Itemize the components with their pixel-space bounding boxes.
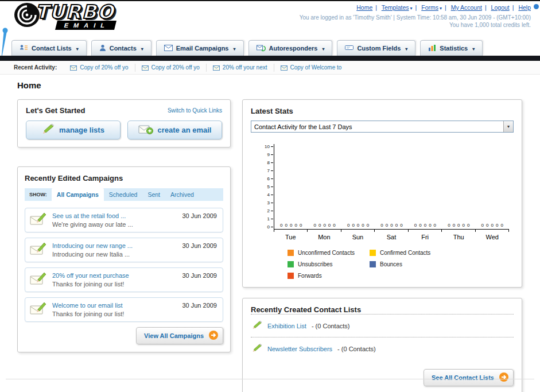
stats-period-select[interactable]: Contact Activity for the Last 7 Days [251, 121, 514, 133]
chart-zero-group: 00000 [409, 223, 442, 228]
custom-fields-icon [345, 44, 353, 52]
chart-y-tick: 7 [259, 168, 273, 173]
recent-activity-link[interactable]: Copy of 20% off yo [80, 64, 128, 71]
chevron-down-icon [232, 45, 235, 52]
create-email-button[interactable]: create an email [127, 121, 222, 139]
contact-lists-icon [20, 44, 28, 53]
contacts-icon [99, 44, 106, 53]
separator [510, 4, 517, 11]
link-my-account[interactable]: My Account [451, 4, 482, 11]
separator [482, 4, 490, 11]
campaign-row[interactable]: 20% off your next purchase Thanks for jo… [25, 267, 223, 292]
legend-swatch [288, 250, 294, 256]
filter-scheduled[interactable]: Scheduled [104, 188, 143, 201]
logo-text: TURBO EMAIL [36, 2, 115, 30]
main-nav: Contact Lists Contacts Email Campaigns A… [11, 40, 483, 56]
envelope-plus-icon [138, 124, 153, 136]
view-all-campaigns-button[interactable]: View All Campaigns [136, 327, 223, 344]
chevron-down-icon [140, 45, 143, 52]
see-all-contact-lists-button[interactable]: See All Contact Lists [424, 369, 514, 386]
envelope-pencil-icon [30, 241, 47, 258]
legend-label: Bounces [380, 261, 402, 267]
legend-swatch [288, 261, 294, 267]
right-column: Latest Stats Contact Activity for the La… [242, 99, 522, 392]
link-home[interactable]: Home [356, 4, 372, 11]
chart-plot-area: 00000000000000000000000000000000000 [274, 144, 509, 230]
filter-archived[interactable]: Archived [165, 188, 199, 201]
campaign-subtitle: Thanks for joining our list! [52, 311, 176, 317]
campaign-subtitle: Thanks for joining our list! [52, 281, 176, 288]
tab-email-campaigns[interactable]: Email Campaigns [156, 40, 244, 56]
tab-contact-lists[interactable]: Contact Lists [11, 40, 87, 56]
tab-label: Email Campaigns [176, 45, 229, 52]
recent-activity-item[interactable]: Copy of 20% off yo [64, 64, 134, 72]
recent-activity-link[interactable]: Copy of Welcome to [290, 64, 342, 71]
recent-activity-link[interactable]: 20% off your next [223, 64, 267, 71]
contact-list-count: - (0 Contacts) [312, 323, 350, 329]
legend-label: Unconfirmed Contacts [298, 250, 355, 256]
link-forms[interactable]: Forms [421, 4, 442, 11]
chevron-down-icon [471, 45, 475, 52]
chart-y-tick: 8 [259, 160, 273, 165]
campaign-subtitle: Introducing our new Italia ... [52, 251, 176, 258]
chevron-down-icon [404, 45, 407, 52]
link-logout[interactable]: Logout [491, 4, 510, 11]
contact-list-row[interactable]: Exhibition List - (0 Contacts) [251, 314, 514, 337]
recent-activity-item[interactable]: Copy of Welcome to [274, 64, 348, 72]
recent-activity-item[interactable]: Copy of 20% off yo [135, 64, 206, 72]
contact-list-row[interactable]: Newsletter Subscribers - (0 Contacts) [251, 337, 514, 360]
chart-zero-group: 00000 [308, 223, 341, 228]
contact-list-link[interactable]: Exhibition List [267, 323, 306, 329]
campaign-date: 30 Jun 2009 [182, 211, 217, 219]
chevron-down-icon [409, 4, 413, 11]
tab-contacts[interactable]: Contacts [91, 40, 151, 56]
see-all-contact-lists-label: See All Contact Lists [432, 374, 494, 381]
recent-activity-bar: Recent Activity: Copy of 20% off yo Copy… [0, 61, 540, 75]
recent-campaigns-panel: Recently Edited Campaigns SHOW: All Camp… [17, 166, 231, 352]
link-help[interactable]: Help [518, 4, 531, 11]
campaign-title-link[interactable]: See us at the retail food ... [52, 212, 176, 219]
campaign-title-link[interactable]: 20% off your next purchase [52, 272, 176, 279]
nav-divider-bar [0, 56, 540, 61]
campaign-filter-bar: SHOW: All Campaigns Scheduled Sent Archi… [25, 188, 223, 201]
chart-y-tick: 3 [259, 201, 273, 205]
tab-label: Autoresponders [269, 45, 318, 52]
recent-contact-lists-title: Recently Created Contact Lists [251, 305, 514, 314]
legend-label: Confirmed Contacts [380, 250, 430, 256]
arrow-right-icon [499, 372, 508, 383]
chart-y-tick: 6 [259, 176, 273, 181]
blue-dot-decoration [534, 4, 539, 9]
recent-campaigns-title: Recently Edited Campaigns [25, 174, 223, 183]
create-email-label: create an email [158, 126, 212, 134]
chart-y-tick: 10 [259, 144, 273, 149]
contact-list-link[interactable]: Newsletter Subscribers [267, 346, 332, 352]
app-logo[interactable]: TURBO EMAIL [14, 2, 115, 30]
tab-label: Contacts [110, 45, 137, 52]
page-title: Home [17, 80, 522, 90]
tab-statistics[interactable]: Statistics [420, 40, 483, 56]
tab-custom-fields[interactable]: Custom Fields [337, 40, 415, 56]
chart-y-tick: 1 [259, 217, 273, 222]
envelope-pencil-icon [30, 301, 47, 318]
recent-activity-label: Recent Activity: [14, 64, 57, 71]
campaign-row[interactable]: Introducing our new range ... Introducin… [25, 238, 223, 262]
tab-autoresponders[interactable]: Autoresponders [248, 40, 333, 56]
chart-day-label: Sun [341, 232, 375, 240]
link-templates[interactable]: Templates [382, 4, 413, 11]
stats-period-value: Contact Activity for the Last 7 Days [254, 123, 352, 130]
separator [372, 4, 380, 11]
campaign-title-link[interactable]: Introducing our new range ... [52, 242, 176, 249]
switch-quick-links-link[interactable]: Switch to Quick Links [168, 107, 222, 114]
get-started-title: Let's Get Started [26, 106, 86, 115]
campaign-row[interactable]: Welcome to our email list Thanks for joi… [25, 297, 223, 322]
manage-lists-button[interactable]: manage lists [26, 121, 121, 139]
filter-sent[interactable]: Sent [142, 188, 165, 201]
filter-all-campaigns[interactable]: All Campaigns [52, 188, 104, 201]
campaign-row[interactable]: See us at the retail food ... We're givi… [25, 208, 223, 232]
campaign-date: 30 Jun 2009 [182, 271, 217, 279]
tab-label: Custom Fields [357, 45, 401, 52]
campaign-title-link[interactable]: Welcome to our email list [52, 302, 176, 309]
recent-activity-item[interactable]: 20% off your next [206, 64, 274, 72]
email-campaigns-icon [164, 45, 173, 52]
recent-activity-link[interactable]: Copy of 20% off yo [151, 64, 200, 71]
